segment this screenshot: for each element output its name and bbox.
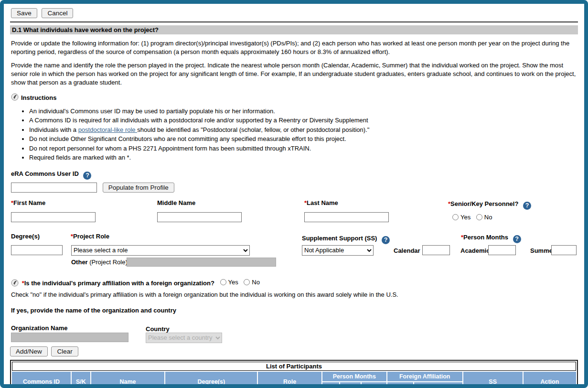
organization-name-input <box>11 333 128 342</box>
project-role-label: *Project Role <box>71 233 109 240</box>
header-name: Name <box>91 372 165 388</box>
intro-paragraph-1: Provide or update the following informat… <box>11 39 578 56</box>
instructions-header: Instructions <box>11 93 578 102</box>
header-degrees: Degree(s) <box>165 372 257 388</box>
header-foreign-affiliation: Foreign Affiliation <box>387 372 462 381</box>
instruction-item: Individuals with a postdoctoral-like rol… <box>29 125 578 135</box>
instruction-item: An individual's Commons user ID may be u… <box>29 107 578 116</box>
participants-table: List of Participants Commons ID S/K Name… <box>10 360 578 388</box>
cancel-button[interactable]: Cancel <box>42 8 73 18</box>
role-row: Degree(s) *Project Role Supplement Suppo… <box>11 233 578 270</box>
person-months-help-icon[interactable]: ? <box>513 235 521 243</box>
first-name-label: *First Name <box>11 199 45 206</box>
organization-name-label: Organization Name <box>11 324 67 332</box>
help-toggle-icon[interactable] <box>11 281 21 288</box>
country-label: Country <box>146 325 170 333</box>
help-toggle-icon[interactable] <box>11 93 19 102</box>
commons-id-block: eRA Commons User ID ? Populate from Prof… <box>11 170 578 193</box>
foreign-yes-radio[interactable]: Yes <box>220 279 238 286</box>
summer-input[interactable] <box>551 245 577 255</box>
intro-paragraph-2: Provide the name and identify the role t… <box>11 61 578 87</box>
instruction-item: Do not include Other Significant Contrib… <box>29 134 578 144</box>
instructions-title: Instructions <box>21 94 56 101</box>
instruction-item: A Commons ID is required for all individ… <box>29 116 578 125</box>
middle-name-input[interactable] <box>157 212 242 222</box>
if-yes-note: If yes, provide the name of the organiza… <box>11 307 578 314</box>
foreign-question-row: *Is the individual's primary affiliation… <box>11 279 578 288</box>
header-action: Action <box>524 372 576 388</box>
foreign-note: Check "no" if the individual's primary a… <box>11 291 578 298</box>
list-actions: Add/New Clear <box>10 346 578 356</box>
header-org: Org <box>387 382 413 388</box>
supplement-help-icon[interactable]: ? <box>382 236 390 244</box>
header-role: Role <box>258 372 321 388</box>
organization-row: Organization Name Country Please select … <box>11 324 578 345</box>
supplement-support-select[interactable]: Not Applicable <box>302 245 374 256</box>
commons-id-help-icon[interactable]: ? <box>83 172 91 180</box>
toolbar: Save Cancel <box>11 8 578 18</box>
last-name-input[interactable] <box>304 212 389 222</box>
header-aca: Aca <box>340 382 361 388</box>
name-row: *First Name Middle Name *Last Name *Seni… <box>11 199 578 225</box>
header-commons-id: Commons ID <box>12 372 71 388</box>
other-role-label: Other (Project Role) <box>71 259 128 266</box>
save-button[interactable]: Save <box>11 8 37 18</box>
person-months-label: *Person Months ? <box>461 234 521 243</box>
instruction-item: Do not report personnel for whom a PHS 2… <box>29 144 578 153</box>
academic-label: Academic <box>460 247 490 254</box>
senior-key-help-icon[interactable]: ? <box>523 202 531 210</box>
senior-key-yes-radio[interactable]: Yes <box>452 214 470 221</box>
populate-from-profile-button[interactable]: Populate from Profile <box>103 183 174 193</box>
add-new-button[interactable]: Add/New <box>10 346 48 356</box>
first-name-input[interactable] <box>11 212 96 222</box>
country-select: Please select a country <box>146 333 222 343</box>
commons-id-label: eRA Commons User ID <box>11 170 79 177</box>
senior-key-label: *Senior/Key Personnel? ? <box>448 200 531 210</box>
calendar-input[interactable] <box>422 245 450 255</box>
header-sk: S/K <box>72 372 90 388</box>
instruction-item: Required fields are marked with an *. <box>29 153 578 162</box>
foreign-question: Is the individual's primary affiliation … <box>24 280 214 287</box>
foreign-no-radio[interactable]: No <box>244 279 260 286</box>
calendar-label: Calendar <box>394 247 420 254</box>
project-role-select[interactable]: Please select a role <box>71 245 250 256</box>
table-title: List of Participants <box>12 362 576 371</box>
senior-key-no-radio[interactable]: No <box>476 214 492 221</box>
section-title: D.1 What individuals have worked on the … <box>10 25 578 34</box>
header-sum: Sum <box>362 382 386 388</box>
postdoctoral-role-link[interactable]: postdoctoral-like role <box>78 126 138 133</box>
toolbar-divider <box>10 22 578 22</box>
header-country: Country <box>414 382 462 388</box>
commons-id-input[interactable] <box>11 183 97 193</box>
header-cal: Cal <box>322 382 339 388</box>
header-ss: SS <box>463 372 523 388</box>
last-name-label: *Last Name <box>304 199 338 206</box>
instructions-list: An individual's Commons user ID may be u… <box>21 107 578 162</box>
header-person-months: Person Months <box>322 372 386 381</box>
other-role-input <box>127 258 276 267</box>
clear-button[interactable]: Clear <box>51 346 78 356</box>
middle-name-label: Middle Name <box>157 199 195 206</box>
supplement-support-label: Supplement Support (SS) ? <box>302 235 390 244</box>
page-frame: Save Cancel D.1 What individuals have wo… <box>0 0 588 388</box>
senior-key-radios: Yes No <box>452 214 492 222</box>
academic-input[interactable] <box>488 245 516 255</box>
degrees-input[interactable] <box>11 245 63 255</box>
degrees-label: Degree(s) <box>11 233 40 240</box>
